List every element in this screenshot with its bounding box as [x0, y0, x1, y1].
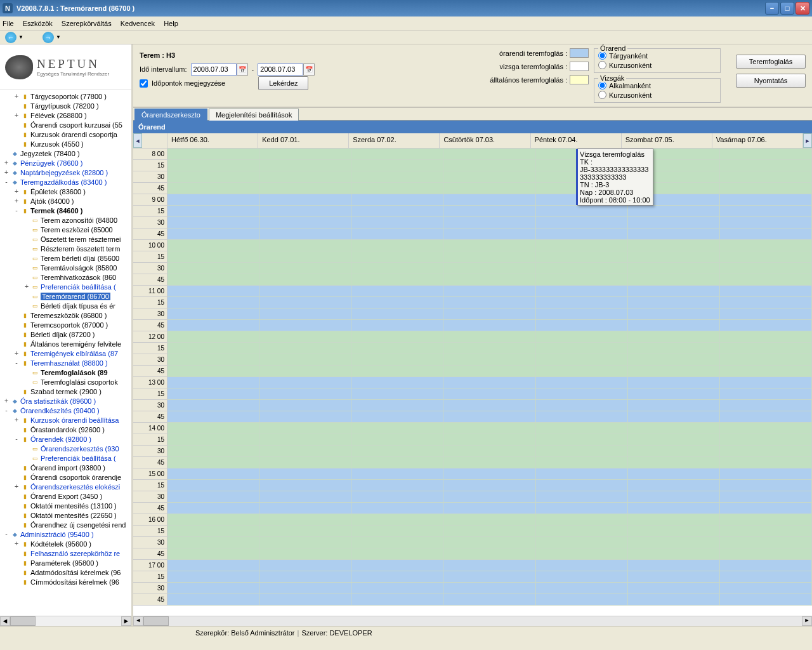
tab-display-settings[interactable]: Megjelenítési beállítások [209, 109, 299, 121]
time-slot[interactable] [628, 388, 720, 400]
calendar-icon[interactable]: 📅 [237, 63, 248, 76]
tree-node[interactable]: ▭Bérleti díjak típusa és ér [0, 301, 131, 310]
prev-week-button[interactable]: ◄ [133, 133, 142, 148]
scroll-right-icon[interactable]: ► [121, 616, 131, 626]
kurzusonkent1-radio[interactable] [598, 61, 606, 69]
time-slot[interactable] [628, 594, 720, 606]
time-slot[interactable] [167, 331, 259, 343]
time-slot[interactable] [720, 560, 812, 571]
time-slot[interactable] [167, 411, 259, 423]
time-slot[interactable] [443, 171, 535, 183]
day-header[interactable]: Hétfő 06.30. [167, 133, 258, 148]
tree-toggle-icon[interactable]: - [13, 435, 20, 442]
time-slot[interactable] [259, 183, 351, 194]
time-slot[interactable] [351, 388, 443, 400]
dropdown-icon[interactable]: ▼ [56, 34, 61, 40]
time-slot[interactable] [259, 480, 351, 491]
time-slot[interactable] [167, 274, 259, 286]
time-slot[interactable] [536, 457, 628, 468]
time-slot[interactable] [536, 514, 628, 526]
tree-node[interactable]: ▮Kurzusok (4550 ) [0, 139, 131, 149]
time-slot[interactable] [628, 263, 720, 274]
tree-node[interactable]: ▭Teremfoglalási csoportok [0, 377, 131, 387]
time-slot[interactable] [628, 571, 720, 583]
tree-node[interactable]: ▮Felhasználó szerepkörhöz re [0, 548, 131, 558]
time-slot[interactable] [536, 251, 628, 263]
time-slot[interactable] [259, 354, 351, 366]
time-slot[interactable] [443, 229, 535, 240]
time-slot[interactable] [628, 343, 720, 354]
query-button[interactable]: Lekérdez [258, 76, 308, 90]
time-slot[interactable] [443, 423, 535, 434]
time-slot[interactable] [536, 411, 628, 423]
time-slot[interactable] [167, 149, 259, 160]
tree-toggle-icon[interactable]: - [13, 207, 20, 214]
tree-node[interactable]: ▮Órarend Export (3450 ) [0, 491, 131, 501]
time-slot[interactable] [536, 560, 628, 571]
time-slot[interactable] [536, 583, 628, 594]
time-slot[interactable] [720, 457, 812, 468]
time-slot[interactable] [443, 263, 535, 274]
nav-forward[interactable]: →▼ [43, 32, 61, 43]
tree-toggle-icon[interactable]: - [13, 359, 20, 366]
scroll-left-icon[interactable]: ◄ [0, 616, 10, 626]
time-slot[interactable] [259, 468, 351, 480]
time-slot[interactable] [536, 354, 628, 366]
time-slot[interactable] [259, 366, 351, 377]
time-slot[interactable] [720, 480, 812, 491]
time-slot[interactable] [259, 308, 351, 320]
time-slot[interactable] [259, 229, 351, 240]
time-slot[interactable] [167, 583, 259, 594]
time-slot[interactable] [259, 343, 351, 354]
time-slot[interactable] [167, 171, 259, 183]
time-slot[interactable] [167, 194, 259, 206]
time-slot[interactable] [167, 286, 259, 297]
tree-toggle-icon[interactable]: + [13, 350, 20, 357]
time-slot[interactable] [628, 354, 720, 366]
day-header[interactable]: Péntek 07.04. [531, 133, 622, 148]
tree-toggle-icon[interactable]: + [13, 483, 20, 490]
tree-toggle-icon[interactable]: - [3, 178, 10, 185]
time-slot[interactable] [720, 251, 812, 263]
time-slot[interactable] [351, 583, 443, 594]
kurzusonkent2-radio[interactable] [598, 91, 606, 99]
day-header[interactable]: Szombat 07.05. [622, 133, 712, 148]
time-slot[interactable] [167, 446, 259, 457]
tree-node[interactable]: ▮Bérleti díjak (87200 ) [0, 329, 131, 339]
time-slot[interactable] [536, 331, 628, 343]
time-slot[interactable] [720, 160, 812, 171]
time-slot[interactable] [720, 297, 812, 308]
time-slot[interactable] [720, 491, 812, 503]
time-slot[interactable] [536, 229, 628, 240]
time-slot[interactable] [720, 286, 812, 297]
time-slot[interactable] [628, 583, 720, 594]
time-slot[interactable] [443, 548, 535, 560]
time-slot[interactable] [720, 526, 812, 537]
tree-toggle-icon[interactable]: + [13, 540, 20, 547]
time-slot[interactable] [443, 286, 535, 297]
time-slot[interactable] [259, 251, 351, 263]
time-slot[interactable] [167, 457, 259, 468]
time-slot[interactable] [351, 286, 443, 297]
time-slot[interactable] [351, 468, 443, 480]
time-slot[interactable] [443, 594, 535, 606]
time-slot[interactable] [720, 514, 812, 526]
time-slot[interactable] [628, 251, 720, 263]
next-week-button[interactable]: ► [803, 133, 812, 148]
time-slot[interactable] [351, 308, 443, 320]
time-slot[interactable] [167, 526, 259, 537]
time-slot[interactable] [628, 491, 720, 503]
tree-toggle-icon[interactable]: - [3, 531, 10, 538]
time-slot[interactable] [628, 480, 720, 491]
tree-node[interactable]: ▮Paraméterek (95800 ) [0, 558, 131, 567]
time-slot[interactable] [628, 297, 720, 308]
tree-node[interactable]: +▮Épületek (83600 ) [0, 187, 131, 196]
time-slot[interactable] [720, 503, 812, 514]
time-slot[interactable] [351, 274, 443, 286]
time-slot[interactable] [720, 366, 812, 377]
tree-node[interactable]: ▭Teremfoglalások (89 [0, 368, 131, 377]
time-slot[interactable] [443, 240, 535, 251]
tree-node[interactable]: ▮Kurzusok órarendi csoportja [0, 129, 131, 139]
time-slot[interactable] [351, 480, 443, 491]
tree-toggle-icon[interactable]: + [13, 188, 20, 195]
